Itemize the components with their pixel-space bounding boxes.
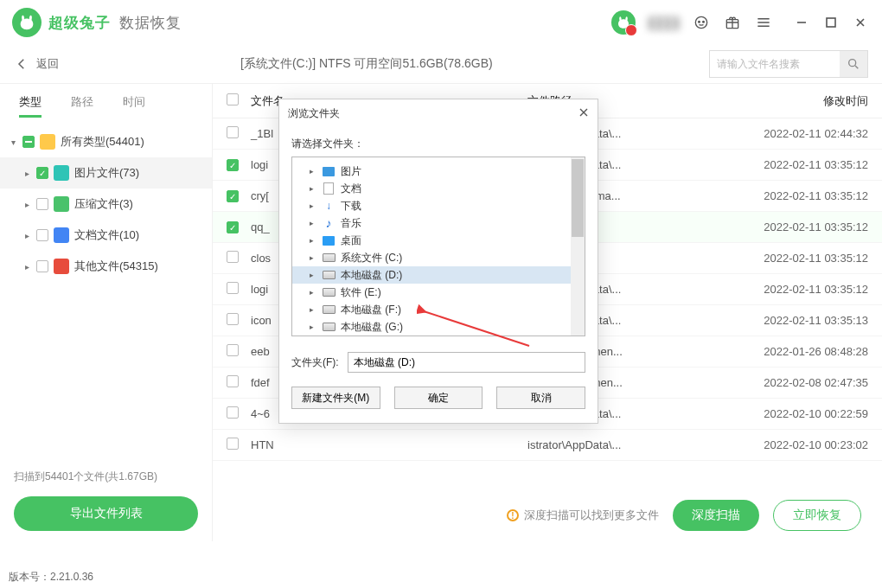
back-label: 返回 [36,56,59,72]
version-label: 版本号：2.21.0.36 [9,570,93,585]
gift-icon[interactable] [723,13,742,32]
row-checkbox[interactable] [227,126,239,138]
col-date[interactable]: 修改时间 [735,93,868,109]
menu-icon[interactable] [754,13,773,32]
checkbox[interactable]: ✓ [36,167,48,179]
tree-item[interactable]: ▸压缩文件(3) [0,189,212,220]
chevron-right-icon[interactable]: ▸ [310,184,316,193]
tab-path[interactable]: 路径 [71,94,93,118]
chevron-right-icon[interactable]: ▸ [310,236,316,245]
folder-name: 文档 [341,182,361,196]
folder-tree-item[interactable]: ▸图片 [292,163,571,180]
row-checkbox[interactable] [227,282,239,294]
expand-icon[interactable]: ▸ [22,231,31,240]
tree-item[interactable]: ▾所有类型(54401) [0,126,212,157]
row-checkbox[interactable] [227,344,239,356]
expand-icon[interactable]: ▸ [22,169,31,178]
disk-icon [322,321,336,333]
folder-tree-item[interactable]: ▸本地磁盘 (D:) [292,266,571,284]
row-checkbox[interactable]: ✓ [227,221,239,233]
tab-time[interactable]: 时间 [123,94,145,118]
folder-icon [54,227,69,243]
close-icon [578,107,589,118]
chevron-right-icon[interactable]: ▸ [310,305,316,314]
dialog-prompt: 请选择文件夹： [279,128,598,157]
row-checkbox[interactable] [227,406,239,419]
cell-date: 2022-02-11 02:44:32 [735,127,868,140]
folder-name: 软件 (E:) [341,285,381,300]
row-checkbox[interactable] [227,375,239,387]
expand-icon[interactable]: ▾ [9,137,17,147]
ok-button[interactable]: 确定 [394,387,483,409]
folder-tree[interactable]: ▸图片▸文档▸↓下载▸♪音乐▸桌面▸系统文件 (C:)▸本地磁盘 (D:)▸软件… [292,157,571,336]
folder-tree-item[interactable]: ▸软件 (E:) [292,284,571,301]
cell-date: 2022-01-26 08:48:28 [735,345,868,358]
tree-item[interactable]: ▸✓图片文件(73) [0,157,212,189]
chevron-right-icon[interactable]: ▸ [310,167,316,176]
cell-date: 2022-02-11 03:35:12 [735,189,868,202]
action-bar: ! 深度扫描可以找到更多文件 深度扫描 立即恢复 [213,489,882,541]
row-checkbox[interactable]: ✓ [227,190,239,202]
chevron-right-icon[interactable]: ▸ [310,253,316,262]
folder-icon [54,259,69,274]
checkbox[interactable] [22,136,35,148]
logo-text: 超级兔子 数据恢复 [48,13,182,33]
user-avatar[interactable] [611,10,636,35]
tree-item[interactable]: ▸文档文件(10) [0,220,212,251]
chevron-right-icon[interactable]: ▸ [310,323,316,331]
chevron-right-icon[interactable]: ▸ [310,219,316,227]
select-all-checkbox[interactable] [227,93,239,105]
folder-tree-item[interactable]: ▸↓下载 [292,197,571,214]
folder-tree-item[interactable]: ▸桌面 [292,232,571,249]
folder-tree-item[interactable]: ▸系统文件 (C:) [292,249,571,266]
row-checkbox[interactable]: ✓ [227,159,239,171]
headset-icon[interactable] [692,13,711,32]
close-button[interactable] [851,13,870,32]
row-checkbox[interactable] [227,438,239,450]
music-icon: ♪ [322,217,336,229]
folder-tree-item[interactable]: ▸本地磁盘 (G:) [292,318,571,336]
checkbox[interactable] [36,198,48,210]
folder-name: 本地磁盘 (D:) [341,268,402,283]
recover-button[interactable]: 立即恢复 [773,500,861,531]
checkbox[interactable] [36,260,48,272]
folder-tree-item[interactable]: ▸本地磁盘 (F:) [292,301,571,318]
new-folder-button[interactable]: 新建文件夹(M) [291,387,380,409]
chevron-right-icon[interactable]: ▸ [310,271,316,279]
folder-icon [54,165,69,181]
export-button[interactable]: 导出文件列表 [14,496,198,531]
info-icon: ! [507,509,519,521]
header-row: 返回 [系统文件(C:)] NTFS 可用空间51.6GB(78.6GB) [0,45,882,83]
folder-path-input[interactable] [348,352,585,373]
scrollbar-thumb[interactable] [572,159,584,237]
scrollbar[interactable] [571,157,585,336]
minimize-button[interactable] [792,13,811,32]
tab-type[interactable]: 类型 [19,94,42,118]
expand-icon[interactable]: ▸ [22,200,31,209]
row-checkbox[interactable] [227,313,239,325]
search-input[interactable] [710,51,840,77]
checkbox[interactable] [36,229,48,241]
row-checkbox[interactable] [227,251,239,263]
scan-summary: 扫描到54401个文件(共1.67GB) [14,470,198,484]
folder-name: 桌面 [341,233,361,248]
back-button[interactable]: 返回 [14,56,59,72]
search-button[interactable] [840,51,867,77]
svg-point-5 [849,60,856,67]
desktop-icon [322,234,336,246]
deep-scan-button[interactable]: 深度扫描 [673,500,759,531]
maximize-button[interactable] [821,13,840,32]
cell-date: 2022-02-08 02:47:35 [735,376,868,389]
expand-icon[interactable]: ▸ [22,262,31,272]
cancel-button[interactable]: 取消 [496,387,585,409]
cell-date: 2022-02-11 03:35:12 [735,283,868,296]
table-row[interactable]: HTNistrator\AppData\...2022-02-10 00:23:… [213,430,882,461]
folder-label: 文件夹(F): [291,355,339,370]
chevron-right-icon[interactable]: ▸ [310,201,316,210]
dialog-close-button[interactable] [578,107,589,120]
search-box [709,50,868,78]
tree-item[interactable]: ▸其他文件(54315) [0,251,212,282]
folder-tree-item[interactable]: ▸文档 [292,180,571,197]
folder-tree-item[interactable]: ▸♪音乐 [292,214,571,232]
chevron-right-icon[interactable]: ▸ [310,288,316,297]
